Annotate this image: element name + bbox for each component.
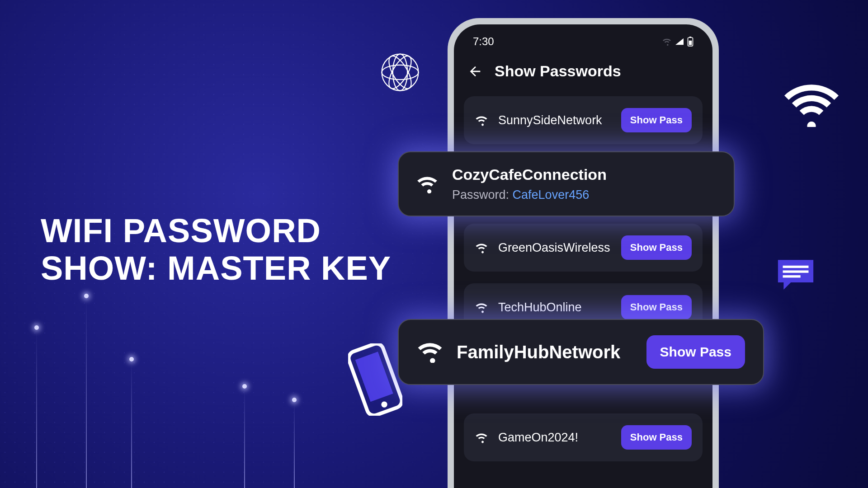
decor-dot: [292, 398, 297, 402]
back-arrow-icon[interactable]: [467, 64, 483, 79]
signal-icon: [675, 38, 684, 46]
decor-dot: [84, 294, 89, 298]
callout-text: FamilyHubNetwork: [457, 342, 633, 362]
wifi-icon: [475, 242, 488, 253]
svg-rect-13: [689, 41, 692, 45]
status-bar: 7:30: [454, 24, 712, 52]
wifi-icon: [417, 341, 443, 363]
svg-rect-5: [783, 266, 809, 268]
password-label: Password:: [452, 188, 513, 202]
phone-frame: 7:30 Show Passwords SunnySideNetwork Sho…: [448, 18, 719, 488]
globe-icon: [380, 52, 420, 93]
decor-line: [244, 389, 245, 488]
show-pass-button[interactable]: Show Pass: [621, 235, 692, 260]
svg-rect-6: [783, 270, 809, 272]
decor-dot: [34, 325, 39, 330]
battery-icon: [687, 37, 693, 47]
phone-screen: 7:30 Show Passwords SunnySideNetwork Sho…: [454, 24, 712, 488]
wifi-icon: [475, 432, 488, 443]
callout-password-line: Password: CafeLover456: [452, 188, 717, 202]
promo-headline: WIFI PASSWORD SHOW: MASTER KEY: [41, 212, 391, 287]
network-row: GameOn2024! Show Pass: [464, 413, 703, 461]
wifi-icon: [475, 114, 488, 126]
chat-icon: [775, 258, 816, 294]
wifi-icon: [416, 174, 439, 193]
svg-rect-12: [689, 37, 691, 38]
decor-line: [294, 402, 295, 488]
svg-point-0: [382, 54, 419, 91]
network-ssid: GameOn2024!: [498, 431, 611, 445]
svg-point-2: [393, 54, 407, 91]
show-pass-button[interactable]: Show Pass: [621, 295, 692, 319]
network-ssid: TechHubOnline: [498, 300, 611, 314]
decor-dot: [242, 384, 247, 389]
svg-point-10: [381, 401, 388, 408]
wifi-icon: [784, 84, 839, 138]
wifi-status-icon: [662, 38, 672, 46]
network-ssid: GreenOasisWireless: [498, 241, 611, 255]
decor-line: [36, 330, 37, 488]
screen-title: Show Passwords: [495, 62, 621, 80]
headline-line-1: WIFI PASSWORD: [41, 212, 391, 250]
show-pass-button[interactable]: Show Pass: [621, 108, 692, 132]
network-row: SunnySideNetwork Show Pass: [464, 96, 703, 144]
decor-line: [86, 298, 87, 488]
app-header: Show Passwords: [454, 52, 712, 96]
callout-show-pass: FamilyHubNetwork Show Pass: [398, 319, 764, 385]
password-value: CafeLover456: [513, 188, 590, 202]
network-row: GreenOasisWireless Show Pass: [464, 224, 703, 272]
phone-icon: [348, 343, 402, 416]
callout-text: CozyCafeConnection Password: CafeLover45…: [452, 166, 717, 202]
status-time: 7:30: [473, 35, 494, 48]
network-ssid: SunnySideNetwork: [498, 113, 611, 127]
decor-dot: [129, 357, 134, 361]
headline-line-2: SHOW: MASTER KEY: [41, 250, 391, 287]
svg-rect-7: [783, 275, 801, 277]
callout-ssid: FamilyHubNetwork: [457, 342, 633, 362]
svg-point-1: [382, 65, 419, 80]
callout-ssid: CozyCafeConnection: [452, 166, 717, 183]
decor-line: [131, 361, 132, 488]
show-pass-button[interactable]: Show Pass: [621, 425, 692, 450]
show-pass-button[interactable]: Show Pass: [646, 335, 745, 369]
status-icons: [662, 37, 693, 47]
callout-password-revealed: CozyCafeConnection Password: CafeLover45…: [398, 151, 735, 216]
wifi-icon: [475, 301, 488, 313]
